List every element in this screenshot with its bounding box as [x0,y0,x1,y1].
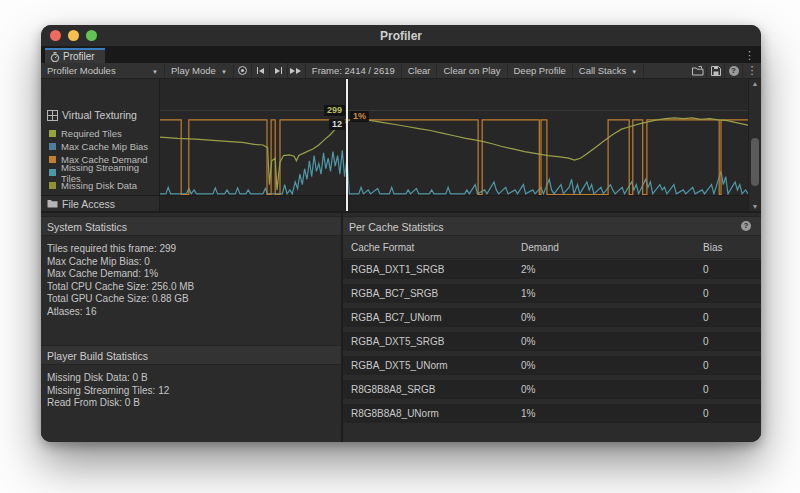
load-profile-button[interactable] [689,63,707,78]
selected-frame-value-missing-streaming-tiles: 12 [329,119,345,130]
table-row[interactable]: RGBA_BC7_UNorm0%0 [343,308,761,327]
legend-color-chip [49,156,56,163]
stat-line: Read From Disk: 0 B [47,397,341,410]
legend-label: Max Cache Mip Bias [61,141,148,152]
chevron-down-icon: ▼ [631,68,637,74]
column-demand: Demand [521,236,559,259]
call-stacks-dropdown[interactable]: Call Stacks ▼ [573,63,644,78]
stat-line: Total GPU Cache Size: 0.88 GB [47,293,341,306]
profiler-modules-dropdown[interactable]: Profiler Modules ▼ [41,63,165,78]
table-row[interactable]: RGBA_DXT5_SRGB0%0 [343,332,761,351]
tab-label: Profiler [63,51,95,62]
record-button[interactable] [234,63,252,78]
legend-item-max-cache-mip-bias[interactable]: Max Cache Mip Bias [49,140,159,153]
module-file-access[interactable]: File Access [41,195,159,211]
scroll-up-arrow-icon[interactable]: ▲ [749,80,761,87]
prev-frame-icon [257,67,258,74]
deep-profile-toggle[interactable]: Deep Profile [508,63,573,78]
cell-bias: 0 [703,284,709,303]
per-cache-statistics-header: Per Cache Statistics ? [343,216,761,236]
cell-demand: 0% [521,332,535,351]
series-missing-streaming-tiles [160,150,748,194]
stat-line: Missing Streaming Tiles: 12 [47,385,341,398]
tab-bar: Profiler ⋮ [41,47,761,63]
legend-color-chip [49,130,56,137]
per-cache-table-body: RGBA_DXT1_SRGB2%0RGBA_BC7_SRGB1%0RGBA_BC… [343,260,761,423]
folder-icon [47,199,58,208]
cell-demand: 0% [521,356,535,375]
next-frame-button[interactable] [270,63,288,78]
legend-item-required-tiles[interactable]: Required Tiles [49,127,159,140]
chart-legend: Required TilesMax Cache Mip BiasMax Cach… [49,127,159,192]
player-build-statistics-body: Missing Disk Data: 0 BMissing Streaming … [41,365,341,410]
chevron-down-icon: ▼ [152,68,158,74]
save-profile-button[interactable] [707,63,725,78]
current-frame-button[interactable] [288,63,306,78]
table-row[interactable]: RGBA_BC7_SRGB1%0 [343,284,761,303]
table-row[interactable]: R8G8B8A8_UNorm1%0 [343,404,761,423]
record-icon [238,66,247,75]
cell-cache-format: RGBA_BC7_UNorm [351,308,442,327]
cell-demand: 1% [521,404,535,423]
table-header-row: Cache Format Demand Bias [343,236,761,259]
cell-bias: 0 [703,380,709,399]
player-build-statistics-header: Player Build Statistics [41,345,341,365]
cell-cache-format: RGBA_DXT1_SRGB [351,260,444,279]
series-required-tiles [160,118,748,190]
legend-color-chip [49,182,56,189]
cell-cache-format: R8G8B8A8_SRGB [351,380,436,399]
file-access-chart-strip[interactable] [160,195,748,211]
cell-cache-format: RGBA_BC7_SRGB [351,284,438,303]
titlebar: Profiler [41,25,761,47]
table-row[interactable]: RGBA_DXT1_SRGB2%0 [343,260,761,279]
toolbar-kebab-button[interactable]: ⋮ [743,63,761,78]
module-label: File Access [62,198,115,210]
cell-demand: 0% [521,380,535,399]
series-max-cache-demand [160,120,748,195]
details-pane: System Statistics Tiles required this fr… [41,213,761,442]
module-virtual-texturing[interactable]: Virtual Texturing [47,109,159,121]
play-mode-dropdown[interactable]: Play Mode ▼ [165,63,234,78]
profiler-frame-chart[interactable]: 299121% [160,79,748,211]
desktop-background: Profiler Profiler ⋮ Profiler Modules ▼ P… [0,0,800,493]
cell-cache-format: R8G8B8A8_UNorm [351,404,439,423]
cell-demand: 1% [521,284,535,303]
scroll-down-arrow-icon[interactable]: ▼ [749,203,761,210]
open-folder-icon [692,66,704,76]
tab-profiler[interactable]: Profiler [45,48,105,63]
column-cache-format: Cache Format [351,236,414,259]
module-list: Virtual Texturing Required TilesMax Cach… [41,79,160,211]
cell-bias: 0 [703,260,709,279]
frame-counter: Frame: 2414 / 2619 [306,63,402,78]
cell-bias: 0 [703,404,709,423]
table-row[interactable]: R8G8B8A8_SRGB0%0 [343,380,761,399]
chart-vertical-scrollbar[interactable]: ▲ ▼ [748,79,761,211]
chevron-down-icon: ▼ [221,68,227,74]
help-button[interactable]: ? [725,63,743,78]
stat-line: Max Cache Mip Bias: 0 [47,256,341,269]
legend-color-chip [49,143,56,150]
cell-demand: 0% [521,308,535,327]
module-label: Virtual Texturing [62,109,137,121]
help-icon[interactable]: ? [741,221,751,231]
clear-on-play-toggle[interactable]: Clear on Play [437,63,507,78]
system-statistics-body: Tiles required this frame: 299Max Cache … [41,236,341,318]
chart-region: Virtual Texturing Required TilesMax Cach… [41,79,761,213]
stat-line: Tiles required this frame: 299 [47,243,341,256]
selected-frame-value-max-cache-demand: 1% [350,111,369,122]
tab-menu-kebab-icon[interactable]: ⋮ [744,48,755,62]
scrollbar-thumb[interactable] [751,138,759,186]
cell-bias: 0 [703,308,709,327]
cell-cache-format: RGBA_DXT5_UNorm [351,356,448,375]
statistics-panel: System Statistics Tiles required this fr… [41,213,341,442]
save-disk-icon [711,66,721,76]
cell-bias: 0 [703,356,709,375]
selected-frame-playhead[interactable] [346,79,348,211]
cell-demand: 2% [521,260,535,279]
toolbar: Profiler Modules ▼ Play Mode ▼ Frame: 24… [41,63,761,79]
legend-item-missing-streaming-tiles[interactable]: Missing Streaming Tiles [49,166,159,179]
last-frame-icon [290,68,295,74]
table-row[interactable]: RGBA_DXT5_UNorm0%0 [343,356,761,375]
previous-frame-button[interactable] [252,63,270,78]
clear-button[interactable]: Clear [402,63,438,78]
